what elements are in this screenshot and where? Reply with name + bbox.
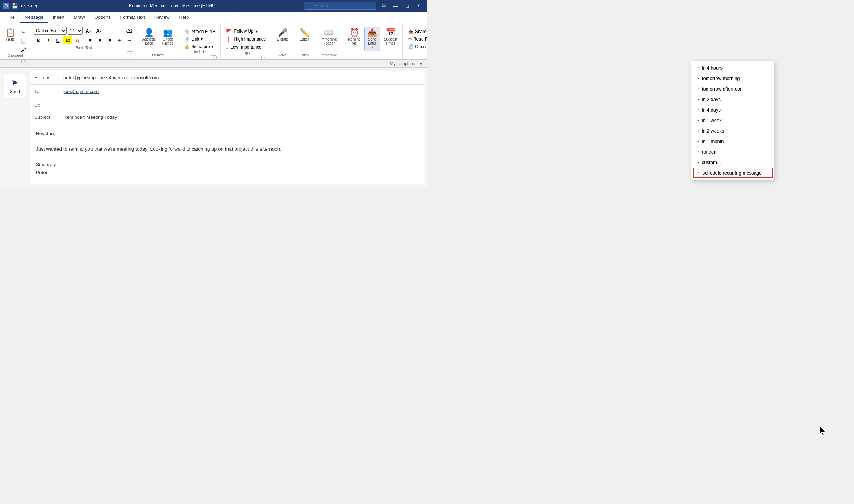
read-receipt-icon: ✉ xyxy=(408,37,412,42)
low-importance-label: Low Importance xyxy=(230,45,261,50)
from-label: From ▾ xyxy=(34,75,63,80)
align-left-button[interactable]: ≡ xyxy=(86,36,95,44)
outlook-icon: O xyxy=(3,3,9,9)
undo-icon[interactable]: ↩ xyxy=(21,3,25,9)
ribbon-group-editor: ✏️ Editor Editor xyxy=(294,25,315,58)
font-color-button[interactable]: A xyxy=(73,36,82,44)
email-body[interactable]: Hey Joe, Just wanted to remind you that … xyxy=(30,122,424,184)
names-content: 👤 AddressBook 👥 CheckNames xyxy=(140,25,176,53)
indent-less-button[interactable]: ⇤ xyxy=(115,36,124,44)
align-center-button[interactable]: ≡ xyxy=(96,36,104,44)
subject-value[interactable]: Reminder: Meeting Today xyxy=(63,114,117,120)
compose-area: ➤ Send From ▾ peter@pineapplepizzalovers… xyxy=(0,68,427,187)
immersive-reader-button[interactable]: 📖 ImmersiveReader xyxy=(318,27,340,47)
to-field: To joe@baydin.com; xyxy=(30,85,424,98)
address-book-icon: 👤 xyxy=(144,29,154,37)
open-boomerang-label: Open Boomerang xyxy=(415,44,427,49)
tab-message[interactable]: Message xyxy=(20,12,48,23)
read-receipt-label: Read Receipt xyxy=(413,37,427,42)
copy-button[interactable]: 📄 xyxy=(19,37,28,45)
basic-text-content: Calibri (Bo 11 A+ A- ≡ ≡ ⌫ B I U ab A ≡ … xyxy=(34,25,134,46)
address-book-button[interactable]: 👤 AddressBook xyxy=(140,27,158,47)
tags-expand[interactable]: ↗ xyxy=(261,56,267,60)
high-importance-label: High Importance xyxy=(234,37,266,42)
signature-button[interactable]: ✍ Signature ▾ xyxy=(182,43,215,50)
minimize-button[interactable]: — xyxy=(389,2,401,10)
attach-file-button[interactable]: 📎 Attach File ▾ xyxy=(182,28,217,35)
include-content: 📎 Attach File ▾ 🔗 Link ▾ ✍ Signature ▾ xyxy=(182,25,217,50)
font-family-select[interactable]: Calibri (Bo xyxy=(34,27,67,35)
share-availability-button[interactable]: 📤 Share Availability xyxy=(406,28,427,35)
paste-button[interactable]: 📋 Paste xyxy=(3,27,18,43)
tab-insert[interactable]: Insert xyxy=(49,12,69,23)
dictate-button[interactable]: 🎤 Dictate xyxy=(274,27,290,43)
attach-file-label: Attach File ▾ xyxy=(191,29,215,34)
bold-button[interactable]: B xyxy=(34,36,43,44)
my-templates-chevron[interactable]: ∧ xyxy=(419,61,423,66)
ribbon-tabs: File Message Insert Draw Options Format … xyxy=(0,12,427,24)
bullets-button[interactable]: ≡ xyxy=(104,27,113,35)
dictate-icon: 🎤 xyxy=(278,29,288,37)
tab-draw[interactable]: Draw xyxy=(70,12,89,23)
tab-file[interactable]: File xyxy=(3,12,19,23)
high-importance-button[interactable]: ❗ High Importance xyxy=(223,35,268,43)
font-size-select[interactable]: 11 xyxy=(68,27,83,35)
check-names-icon: 👥 xyxy=(163,29,173,37)
check-names-button[interactable]: 👥 CheckNames xyxy=(160,27,176,47)
address-book-label: AddressBook xyxy=(142,37,156,45)
tab-options[interactable]: Options xyxy=(90,12,115,23)
clear-format-button[interactable]: ⌫ xyxy=(125,27,133,35)
increase-font-button[interactable]: A+ xyxy=(84,27,93,35)
low-importance-button[interactable]: ↓ Low Importance xyxy=(223,43,263,51)
attach-file-icon: 📎 xyxy=(184,29,190,34)
tab-help[interactable]: Help xyxy=(175,12,193,23)
ribbon-right: 📤 Share Availability ✉ Read Receipt 🔄 Op… xyxy=(403,25,427,58)
editor-button[interactable]: ✏️ Editor xyxy=(297,27,312,43)
format-painter-button[interactable]: 🖌 xyxy=(19,46,28,54)
from-dropdown-icon[interactable]: ▾ xyxy=(47,75,49,80)
underline-button[interactable]: U xyxy=(54,36,62,44)
suggest-times-button[interactable]: 📅 SuggestTimes xyxy=(381,27,399,47)
indent-more-button[interactable]: ⇥ xyxy=(125,36,134,44)
suggest-times-label: SuggestTimes xyxy=(384,37,397,45)
voice-label: Voice xyxy=(274,53,290,58)
follow-up-arrow: ▾ xyxy=(256,29,258,33)
immersive-content: 📖 ImmersiveReader xyxy=(318,25,340,53)
send-button[interactable]: ➤ Send xyxy=(4,74,26,98)
email-compose: From ▾ peter@pineapplepizzalovers.onmicr… xyxy=(30,71,424,184)
clipboard-label: Clipboard xyxy=(3,54,28,58)
to-email-link[interactable]: joe@baydin.com; xyxy=(63,89,100,94)
include-expand[interactable]: ↗ xyxy=(211,55,217,60)
restore-icon[interactable]: ⧉ xyxy=(379,2,389,10)
align-right-button[interactable]: ≡ xyxy=(105,36,114,44)
decrease-font-button[interactable]: A- xyxy=(94,27,103,35)
read-receipt-button[interactable]: ✉ Read Receipt xyxy=(406,36,427,42)
save-icon[interactable]: 💾 xyxy=(12,3,18,9)
low-importance-icon: ↓ xyxy=(226,44,228,50)
maximize-button[interactable]: □ xyxy=(402,2,412,10)
qat-dropdown-icon[interactable]: ▾ xyxy=(35,3,38,9)
cut-button[interactable]: ✂ xyxy=(19,28,28,36)
send-later-icon: 📤 xyxy=(367,29,377,37)
cc-field: Cc xyxy=(30,98,424,112)
link-button[interactable]: 🔗 Link ▾ xyxy=(182,36,205,42)
basic-text-expand[interactable]: ↗ xyxy=(127,51,133,57)
send-later-button[interactable]: 📤 SendLater ▾ xyxy=(364,27,380,51)
window-controls: ⧉ — □ ✕ xyxy=(379,2,424,10)
send-icon: ➤ xyxy=(11,77,18,88)
tab-review[interactable]: Review xyxy=(150,12,174,23)
clipboard-expand[interactable]: ↗ xyxy=(21,59,27,63)
highlight-button[interactable]: ab xyxy=(63,36,72,44)
tab-format-text[interactable]: Format Text xyxy=(116,12,149,23)
redo-icon[interactable]: ↪ xyxy=(28,3,32,9)
remind-me-button[interactable]: ⏰ RemindMe xyxy=(346,27,363,47)
search-input[interactable] xyxy=(304,2,376,10)
close-button[interactable]: ✕ xyxy=(413,2,424,10)
open-boomerang-icon: 🔄 xyxy=(408,44,414,49)
italic-button[interactable]: I xyxy=(44,36,53,44)
clipboard-sub: ✂ 📄 🖌 xyxy=(19,27,28,54)
open-boomerang-button[interactable]: 🔄 Open Boomerang xyxy=(406,43,427,50)
numbering-button[interactable]: ≡ xyxy=(114,27,123,35)
follow-up-button[interactable]: 🚩 Follow Up ▾ xyxy=(223,28,259,35)
to-value[interactable]: joe@baydin.com; xyxy=(63,89,419,94)
